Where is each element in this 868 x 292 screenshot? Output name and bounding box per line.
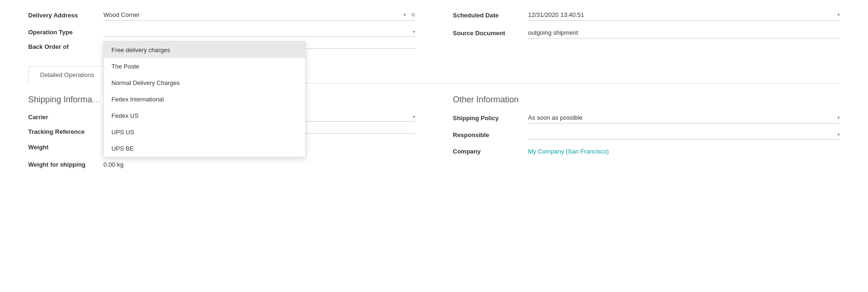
shipping-policy-row: Shipping Policy As soon as possible ▾ <box>453 112 840 123</box>
responsible-dropdown-icon: ▾ <box>837 132 840 137</box>
responsible-row: Responsible ▾ <box>453 130 840 139</box>
delivery-address-row: Delivery Address Wood Corner ▾ ⧉ <box>28 9 415 21</box>
dropdown-item-2[interactable]: Normal Delivery Charges <box>104 75 305 91</box>
form-section-top: Delivery Address Wood Corner ▾ ⧉ Operati… <box>28 9 840 57</box>
company-row: Company My Company (San Francisco) <box>453 146 840 157</box>
dropdown-item-3[interactable]: Fedex International <box>104 91 305 108</box>
scheduled-date-value: 12/31/2020 13:40:51 <box>528 11 584 18</box>
source-document-label: Source Document <box>453 30 528 37</box>
dropdown-item-6[interactable]: UPS BE <box>104 140 305 157</box>
delivery-address-label: Delivery Address <box>28 12 103 19</box>
responsible-field[interactable]: ▾ <box>528 130 840 139</box>
carrier-dropdown-icon: ▾ <box>413 114 415 119</box>
delivery-address-dropdown-icon: ▾ <box>403 12 406 17</box>
weight-label: Weight <box>28 144 103 151</box>
dropdown-item-1[interactable]: The Poste <box>104 58 305 75</box>
dropdown-item-4[interactable]: Fedex US <box>104 108 305 124</box>
scheduled-date-label: Scheduled Date <box>453 12 528 19</box>
weight-shipping-field: 0.00 kg <box>103 159 415 170</box>
shipping-policy-dropdown-icon: ▾ <box>837 115 840 120</box>
weight-shipping-value: 0.00 kg <box>103 161 124 168</box>
source-document-field[interactable]: outgoing shipment <box>528 27 840 38</box>
shipping-right: Other Information Shipping Policy As soo… <box>453 95 840 177</box>
page-wrapper: Delivery Address Wood Corner ▾ ⧉ Operati… <box>0 0 868 292</box>
scheduled-date-row: Scheduled Date 12/31/2020 13:40:51 ▾ <box>453 9 840 21</box>
delivery-address-value: Wood Corner <box>103 11 140 18</box>
shipping-policy-label: Shipping Policy <box>453 115 528 122</box>
operation-type-row: Operation Type ▾ Free delivery chargesTh… <box>28 27 415 37</box>
shipping-policy-field[interactable]: As soon as possible ▾ <box>528 112 840 123</box>
company-link[interactable]: My Company (San Francisco) <box>528 148 609 155</box>
company-field: My Company (San Francisco) <box>528 146 840 157</box>
carrier-label: Carrier <box>28 114 103 121</box>
form-left: Delivery Address Wood Corner ▾ ⧉ Operati… <box>28 9 415 57</box>
operation-type-dropdown-icon: ▾ <box>413 29 415 34</box>
dropdown-item-0[interactable]: Free delivery charges <box>104 42 305 58</box>
company-label: Company <box>453 148 528 155</box>
operation-type-field[interactable]: ▾ <box>103 27 415 37</box>
tab-detailed-operations[interactable]: Detailed Operations <box>28 66 106 84</box>
tab-detailed-operations-label: Detailed Operations <box>40 71 94 78</box>
form-right: Scheduled Date 12/31/2020 13:40:51 ▾ Sou… <box>453 9 840 57</box>
scheduled-date-dropdown-icon: ▾ <box>837 12 840 17</box>
dropdown-item-5[interactable]: UPS US <box>104 124 305 140</box>
source-document-row: Source Document outgoing shipment <box>453 27 840 38</box>
operation-type-dropdown[interactable]: Free delivery chargesThe PosteNormal Del… <box>103 41 306 157</box>
weight-shipping-label: Weight for shipping <box>28 161 103 168</box>
source-document-value: outgoing shipment <box>528 29 578 36</box>
operation-type-label: Operation Type <box>28 29 103 36</box>
external-link-icon[interactable]: ⧉ <box>411 12 415 18</box>
scheduled-date-field[interactable]: 12/31/2020 13:40:51 ▾ <box>528 9 840 21</box>
delivery-address-field[interactable]: Wood Corner ▾ ⧉ <box>103 9 415 21</box>
responsible-label: Responsible <box>453 131 528 138</box>
other-info-header: Other Information <box>453 95 840 105</box>
shipping-policy-value: As soon as possible <box>528 114 583 121</box>
weight-shipping-row: Weight for shipping 0.00 kg <box>28 159 415 170</box>
tracking-ref-label: Tracking Reference <box>28 128 103 135</box>
back-order-label: Back Order of <box>28 43 103 50</box>
